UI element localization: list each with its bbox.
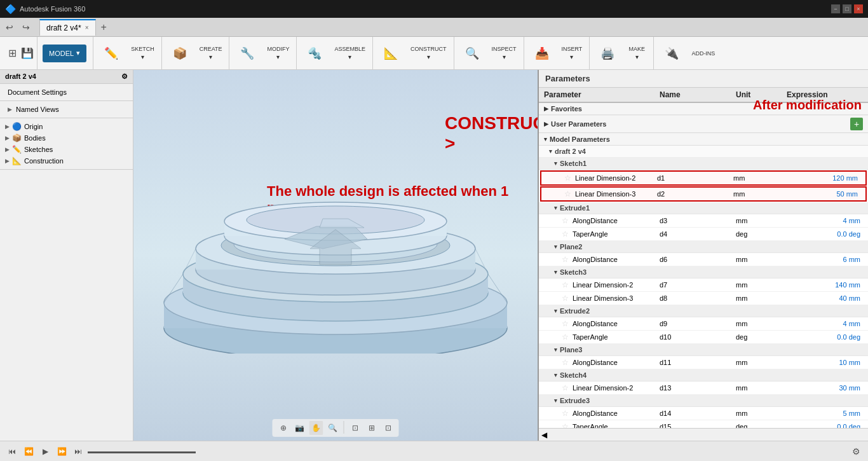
param-row-d10[interactable]: ☆ TaperAngle d10 deg 0.0 deg <box>539 331 868 344</box>
sketch-dropdown-icon: ▾ <box>141 53 144 60</box>
star-d2[interactable]: ☆ <box>564 189 571 198</box>
snap-btn[interactable]: ⊕ <box>276 421 290 435</box>
sketch-dropdown-btn[interactable]: SKETCH ▾ <box>126 39 159 67</box>
star-d4[interactable]: ☆ <box>562 230 569 238</box>
viewport[interactable]: The whole design is affected when 1 para… <box>133 70 538 441</box>
tree-sketches[interactable]: ▶ ✏️ Sketches <box>0 144 133 155</box>
display-btn[interactable]: ⊞ <box>365 421 379 435</box>
make-icon[interactable]: 🖨️ <box>593 39 621 67</box>
construct-icon[interactable]: 📐 <box>377 39 405 67</box>
insert-icon[interactable]: 📥 <box>528 39 556 67</box>
extrude2-header[interactable]: ▾ Extrude2 <box>539 305 868 317</box>
user-params-header[interactable]: ▶ User Parameters + <box>539 116 868 133</box>
doc-settings-item[interactable]: Document Settings <box>0 86 133 98</box>
modify-icon[interactable]: 🔧 <box>233 39 261 67</box>
zoom-btn[interactable]: 🔍 <box>326 421 340 435</box>
maximize-button[interactable]: □ <box>843 4 851 13</box>
star-d14[interactable]: ☆ <box>562 409 569 418</box>
fullscreen-btn[interactable]: ⊡ <box>381 421 395 435</box>
param-row-d3[interactable]: ☆ AlongDistance d3 mm 4 mm <box>539 214 868 228</box>
addins-dropdown-btn[interactable]: ADD-INS <box>687 39 719 67</box>
tree-bodies[interactable]: ▶ 📦 Bodies <box>0 132 133 144</box>
playback-prev-btn[interactable]: ⏪ <box>22 444 36 458</box>
param-row-d15[interactable]: ☆ TaperAngle d15 deg 0.0 deg <box>539 420 868 428</box>
named-views-item[interactable]: ▶ Named Views <box>0 104 133 115</box>
tab-add-button[interactable]: + <box>97 20 111 34</box>
inspect-icon[interactable]: 🔍 <box>458 39 486 67</box>
make-dropdown-btn[interactable]: MAKE ▾ <box>623 39 651 67</box>
star-d3[interactable]: ☆ <box>562 216 569 225</box>
sketch1-header[interactable]: ▾ Sketch1 <box>539 158 868 170</box>
sketch4-header[interactable]: ▾ Sketch4 <box>539 369 868 382</box>
create-icon[interactable]: 📦 <box>166 39 194 67</box>
playback-start-btn[interactable]: ⏮ <box>5 444 19 458</box>
tab-label: draft 2 v4* <box>46 24 81 32</box>
unit-d1: mm <box>733 174 784 182</box>
param-row-d2[interactable]: ☆ Linear Dimension-3 d2 mm 50 mm <box>540 186 867 202</box>
tab-close-btn[interactable]: × <box>85 24 89 31</box>
minimize-button[interactable]: − <box>831 4 840 13</box>
dim-label-d1: Linear Dimension-2 <box>575 174 635 182</box>
grid-icon[interactable]: ⊞ <box>5 46 19 60</box>
redo-button[interactable]: ↪ <box>19 20 33 34</box>
model-dropdown-icon: ▾ <box>76 49 80 57</box>
param-row-d11[interactable]: ☆ AlongDistance d11 mm 10 mm <box>539 356 868 369</box>
param-row-d7[interactable]: ☆ Linear Dimension-2 d7 mm 140 mm <box>539 279 868 292</box>
star-d15[interactable]: ☆ <box>562 422 569 428</box>
extrude3-header[interactable]: ▾ Extrude3 <box>539 395 868 407</box>
add-user-param-btn[interactable]: + <box>850 118 863 130</box>
scroll-left-icon[interactable]: ◀ <box>541 430 547 439</box>
create-dropdown-btn[interactable]: CREATE ▾ <box>195 39 227 67</box>
param-row-d13[interactable]: ☆ Linear Dimension-2 d13 mm 30 mm <box>539 382 868 395</box>
model-params-header[interactable]: ▾ Model Parameters <box>539 134 868 146</box>
draft-subheader[interactable]: ▾ draft 2 v4 <box>539 146 868 158</box>
param-row-d4[interactable]: ☆ TaperAngle d4 deg 0.0 deg <box>539 228 868 241</box>
camera-btn[interactable]: 📷 <box>293 421 307 435</box>
undo-button[interactable]: ↩ <box>3 20 17 34</box>
left-panel: draft 2 v4 ⚙ Document Settings ▶ Named V… <box>0 70 133 441</box>
playback-end-btn[interactable]: ⏭ <box>71 444 85 458</box>
sketch3-header[interactable]: ▾ Sketch3 <box>539 266 868 279</box>
extrude1-header[interactable]: ▾ Extrude1 <box>539 202 868 214</box>
star-d10[interactable]: ☆ <box>562 333 569 341</box>
star-d7[interactable]: ☆ <box>562 280 569 289</box>
star-d11[interactable]: ☆ <box>562 358 569 367</box>
modify-dropdown-btn[interactable]: MODIFY ▾ <box>262 39 294 67</box>
insert-dropdown-btn[interactable]: INSERT ▾ <box>557 39 587 67</box>
playback-next-btn[interactable]: ⏩ <box>55 444 69 458</box>
value-d8: 40 mm <box>787 294 863 302</box>
star-d1[interactable]: ☆ <box>564 174 571 182</box>
star-d6[interactable]: ☆ <box>562 255 569 264</box>
param-row-d9[interactable]: ☆ AlongDistance d9 mm 4 mm <box>539 317 868 331</box>
playback-play-btn[interactable]: ▶ <box>38 444 52 458</box>
star-d9[interactable]: ☆ <box>562 319 569 328</box>
assemble-icon[interactable]: 🔩 <box>301 39 329 67</box>
model-button[interactable]: MODEL ▾ <box>43 45 86 62</box>
param-row-d8[interactable]: ☆ Linear Dimension-3 d8 mm 40 mm <box>539 292 868 305</box>
tree-construction[interactable]: ▶ 📐 Construction <box>0 155 133 167</box>
inspect-dropdown-btn[interactable]: INSPECT ▾ <box>487 39 521 67</box>
plane2-header[interactable]: ▾ Plane2 <box>539 241 868 253</box>
param-row-d1[interactable]: ☆ Linear Dimension-2 d1 mm 120 mm <box>540 170 867 186</box>
sketch-tool-icon[interactable]: ✏️ <box>97 39 125 67</box>
param-row-d14[interactable]: ☆ AlongDistance d14 mm 5 mm <box>539 407 868 420</box>
addins-icon[interactable]: 🔌 <box>658 39 686 67</box>
star-d13[interactable]: ☆ <box>562 383 569 392</box>
settings-gear-icon[interactable]: ⚙ <box>849 444 863 458</box>
tab-bar: ↩ ↪ draft 2 v4* × + <box>0 18 868 37</box>
plane3-header[interactable]: ▾ Plane3 <box>539 344 868 356</box>
save-button[interactable]: 💾 <box>20 46 34 60</box>
pan-btn[interactable]: ✋ <box>309 421 323 435</box>
grid-view-btn[interactable]: ⊡ <box>348 421 362 435</box>
construct-dropdown-btn[interactable]: CONSTRUCT ▾ <box>406 39 451 67</box>
draft-chevron: ▾ <box>549 148 552 155</box>
tree-origin[interactable]: ▶ 🔵 Origin <box>0 121 133 132</box>
close-button[interactable]: × <box>854 4 863 13</box>
sketch3-label: Sketch3 <box>560 268 587 276</box>
name-d2: d2 <box>657 190 733 198</box>
param-row-d6[interactable]: ☆ AlongDistance d6 mm 6 mm <box>539 253 868 266</box>
star-d8[interactable]: ☆ <box>562 294 569 303</box>
assemble-dropdown-btn[interactable]: ASSEMBLE ▾ <box>330 39 370 67</box>
tab-draft[interactable]: draft 2 v4* × <box>39 19 96 36</box>
favorites-header[interactable]: ▶ Favorites <box>539 103 868 115</box>
